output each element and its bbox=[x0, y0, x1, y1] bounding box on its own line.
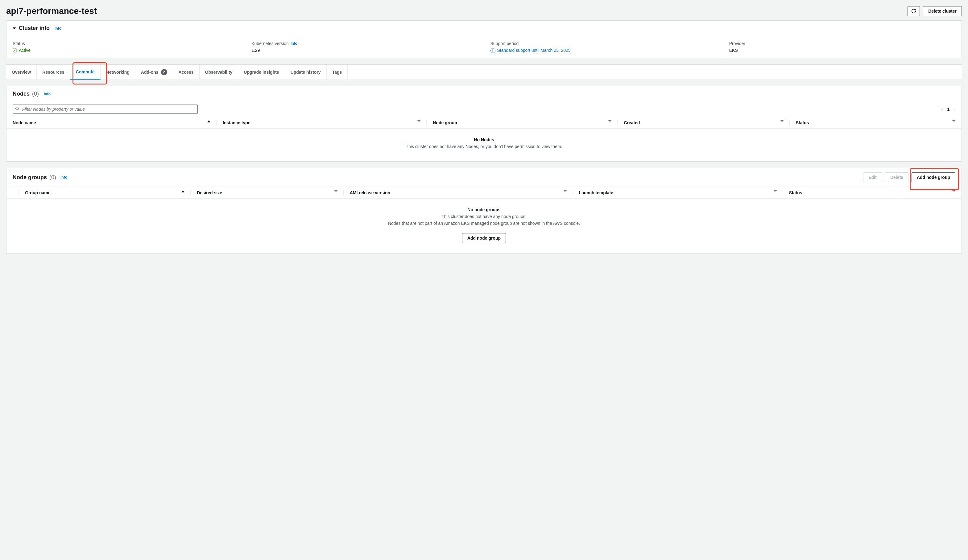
chevron-down-icon bbox=[13, 27, 16, 29]
col-group-name[interactable]: Group name bbox=[19, 187, 191, 199]
nodes-table: Node name Instance type Node group Creat… bbox=[7, 117, 961, 129]
support-link[interactable]: Standard support until March 23, 2025 bbox=[497, 48, 571, 53]
node-groups-empty-state: No node groups This cluster does not hav… bbox=[7, 199, 961, 253]
add-node-group-button[interactable]: Add node group bbox=[912, 172, 955, 182]
status-text: Active bbox=[19, 48, 31, 53]
nodes-info-link[interactable]: Info bbox=[44, 92, 51, 96]
cluster-info-panel: Cluster info Info Status ✓ Active Kubern… bbox=[6, 20, 962, 58]
refresh-icon bbox=[911, 8, 917, 14]
ng-empty-sub2: Nodes that are not part of an Amazon EKS… bbox=[13, 221, 955, 226]
provider-label: Provider bbox=[729, 41, 955, 46]
nodes-count: (0) bbox=[32, 91, 39, 97]
next-page-button[interactable]: › bbox=[954, 107, 955, 112]
node-groups-table: Group name Desired size AMI release vers… bbox=[7, 187, 961, 199]
header-actions: Delete cluster bbox=[908, 6, 962, 16]
nodes-empty-state: No Nodes This cluster does not have any … bbox=[7, 129, 961, 161]
tab-upgrade-insights[interactable]: Upgrade insights bbox=[238, 65, 285, 80]
col-group-name-label: Group name bbox=[25, 190, 50, 195]
cluster-info-title: Cluster info bbox=[19, 25, 50, 31]
support-label: Support period bbox=[491, 41, 717, 46]
addons-count-badge: 2 bbox=[161, 69, 167, 75]
prev-page-button[interactable]: ‹ bbox=[941, 107, 943, 112]
tab-observability[interactable]: Observability bbox=[200, 65, 239, 80]
refresh-button[interactable] bbox=[908, 6, 920, 16]
nodes-filter-input[interactable] bbox=[13, 104, 198, 114]
support-value-row: i Standard support until March 23, 2025 bbox=[491, 48, 717, 53]
nodes-title: Nodes (0) bbox=[13, 91, 39, 97]
nodes-heading-text: Nodes bbox=[13, 91, 30, 97]
col-node-name[interactable]: Node name bbox=[7, 117, 217, 129]
sort-icon bbox=[608, 120, 612, 123]
col-instance-type[interactable]: Instance type bbox=[217, 117, 427, 129]
sort-icon bbox=[335, 190, 338, 192]
col-ami-label: AMI release version bbox=[350, 190, 391, 195]
sort-asc-icon bbox=[207, 120, 211, 123]
col-status[interactable]: Status bbox=[790, 117, 961, 129]
delete-node-group-button[interactable]: Delete bbox=[885, 172, 908, 182]
support-col: Support period i Standard support until … bbox=[484, 39, 723, 55]
page-title: api7-performance-test bbox=[6, 6, 97, 16]
col-node-group[interactable]: Node group bbox=[427, 117, 618, 129]
nodes-header: Nodes (0) Info bbox=[7, 86, 961, 101]
tab-overview[interactable]: Overview bbox=[6, 65, 37, 80]
page-number: 1 bbox=[947, 107, 950, 112]
search-icon bbox=[15, 107, 20, 112]
node-groups-header: Node groups (0) Info Edit Delete Add nod… bbox=[7, 168, 961, 187]
col-desired-size[interactable]: Desired size bbox=[191, 187, 343, 199]
nodes-empty-title: No Nodes bbox=[13, 137, 955, 142]
edit-node-group-button[interactable]: Edit bbox=[863, 172, 882, 182]
col-node-group-label: Node group bbox=[433, 120, 457, 125]
k8s-col: Kubernetes version Info 1.29 bbox=[245, 39, 484, 55]
k8s-info-link[interactable]: Info bbox=[290, 41, 297, 46]
sort-asc-icon bbox=[181, 190, 184, 192]
node-groups-heading-text: Node groups bbox=[13, 174, 47, 181]
info-icon: i bbox=[491, 48, 496, 53]
col-created-label: Created bbox=[624, 120, 640, 125]
provider-value: EKS bbox=[729, 48, 955, 53]
nodes-panel: Nodes (0) Info ‹ 1 › Node name Inst bbox=[6, 86, 962, 162]
k8s-value: 1.29 bbox=[251, 48, 477, 53]
k8s-label-text: Kubernetes version bbox=[251, 41, 289, 46]
tab-addons[interactable]: Add-ons 2 bbox=[136, 65, 173, 80]
status-col: Status ✓ Active bbox=[7, 39, 245, 55]
node-groups-title: Node groups (0) bbox=[13, 174, 56, 181]
delete-cluster-button[interactable]: Delete cluster bbox=[923, 6, 962, 16]
sort-icon bbox=[418, 120, 421, 123]
tab-tags[interactable]: Tags bbox=[327, 65, 348, 80]
node-groups-actions: Edit Delete Add node group bbox=[863, 172, 955, 182]
tab-compute[interactable]: Compute bbox=[70, 65, 101, 80]
col-ng-status[interactable]: Status bbox=[783, 187, 961, 199]
nodes-paginator: ‹ 1 › bbox=[941, 107, 955, 112]
nodes-search-wrap bbox=[13, 104, 198, 114]
tab-resources[interactable]: Resources bbox=[37, 65, 70, 80]
tabs: Overview Resources Compute Networking Ad… bbox=[6, 65, 962, 80]
col-select bbox=[7, 187, 19, 199]
tab-update-history[interactable]: Update history bbox=[285, 65, 327, 80]
svg-line-1 bbox=[18, 109, 20, 111]
node-groups-panel: Node groups (0) Info Edit Delete Add nod… bbox=[6, 168, 962, 254]
svg-point-0 bbox=[16, 107, 18, 110]
col-launch-template-label: Launch template bbox=[579, 190, 613, 195]
sort-icon bbox=[564, 190, 567, 192]
col-node-name-label: Node name bbox=[13, 120, 36, 125]
sort-icon bbox=[952, 190, 955, 192]
cluster-info-body: Status ✓ Active Kubernetes version Info … bbox=[7, 36, 961, 58]
nodes-toolbar: ‹ 1 › bbox=[7, 101, 961, 117]
node-groups-info-link[interactable]: Info bbox=[60, 175, 67, 179]
cluster-info-header[interactable]: Cluster info Info bbox=[7, 21, 961, 36]
add-node-group-empty-button[interactable]: Add node group bbox=[462, 233, 506, 243]
page-header: api7-performance-test Delete cluster bbox=[6, 6, 962, 16]
k8s-label: Kubernetes version Info bbox=[251, 41, 477, 46]
cluster-info-info-link[interactable]: Info bbox=[55, 26, 61, 30]
provider-col: Provider EKS bbox=[723, 39, 961, 55]
col-ng-status-label: Status bbox=[789, 190, 802, 195]
col-ami[interactable]: AMI release version bbox=[344, 187, 573, 199]
ng-empty-sub1: This cluster does not have any node grou… bbox=[13, 214, 955, 219]
col-status-label: Status bbox=[796, 120, 809, 125]
tab-networking[interactable]: Networking bbox=[101, 65, 136, 80]
tab-access[interactable]: Access bbox=[173, 65, 200, 80]
col-launch-template[interactable]: Launch template bbox=[573, 187, 783, 199]
sort-icon bbox=[774, 190, 777, 192]
col-created[interactable]: Created bbox=[618, 117, 789, 129]
sort-icon bbox=[781, 120, 784, 123]
